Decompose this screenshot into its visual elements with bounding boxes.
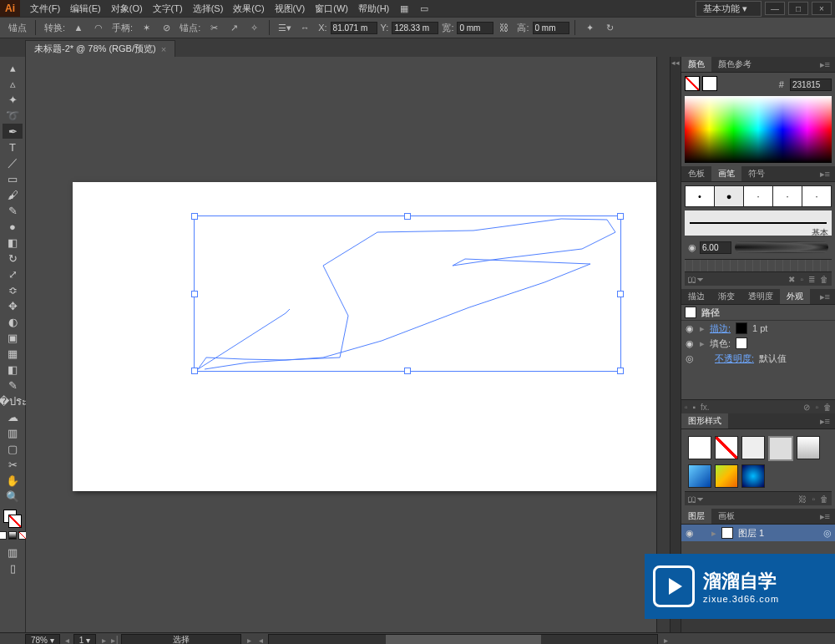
tab-stroke[interactable]: 描边 [681, 289, 711, 304]
brush-options-icon[interactable]: ◉ [688, 242, 696, 253]
rectangle-tool[interactable]: ▭ [3, 171, 23, 186]
tab-gradient[interactable]: 渐变 [711, 289, 741, 304]
document-tab-close[interactable]: × [161, 44, 166, 54]
appearance-row-opacity[interactable]: ◎ 不透明度: 默认值 [681, 351, 835, 366]
style-swatch[interactable] [688, 436, 711, 459]
doc-icon[interactable]: ▭ [417, 1, 432, 16]
brush-options-icon2[interactable]: ≣ [808, 275, 815, 284]
connect-anchor-icon[interactable]: ↗ [226, 20, 241, 35]
scroll-thumb[interactable] [386, 635, 541, 644]
stroke-color-swatch[interactable] [736, 322, 747, 334]
line-tool[interactable]: ／ [3, 155, 23, 170]
brush-delete-icon[interactable]: 🗑 [820, 275, 828, 284]
shape-builder-tool[interactable]: ◐ [3, 314, 23, 329]
type-tool[interactable]: T [3, 139, 23, 155]
visibility-icon[interactable]: ◎ [685, 353, 695, 364]
vertical-scrollbar[interactable] [656, 57, 670, 632]
trash-icon[interactable]: 🗑 [823, 403, 832, 412]
x-field[interactable] [331, 22, 377, 34]
menu-window[interactable]: 窗口(W) [310, 3, 353, 15]
fill-stroke-control[interactable] [3, 510, 22, 528]
brush-panel-menu[interactable]: ▸≡ [815, 169, 835, 180]
appearance-panel-menu[interactable]: ▸≡ [815, 292, 835, 302]
brush-dot-4[interactable]: · [802, 186, 831, 206]
tab-color-guide[interactable]: 颜色参考 [711, 57, 758, 72]
tab-brushes[interactable]: 画笔 [711, 166, 741, 181]
perspective-tool[interactable]: ▣ [3, 330, 23, 345]
cut-path-icon[interactable]: ✧ [246, 20, 261, 35]
brush-size-field[interactable] [700, 241, 731, 254]
rotate-tool[interactable]: ↻ [3, 251, 23, 266]
handle-show-icon[interactable]: ✶ [139, 20, 154, 35]
brush-new-icon[interactable]: ▫ [800, 275, 803, 284]
layer-expand-icon[interactable]: ▸ [711, 528, 716, 539]
graph-tool[interactable]: ▥ [3, 425, 23, 440]
style-swatch[interactable] [797, 436, 820, 459]
paintbrush-tool[interactable]: 🖌 [3, 187, 23, 202]
style-swatch[interactable] [768, 436, 793, 461]
screen-mode-tool[interactable]: ▥ [3, 545, 23, 560]
brush-dot-small[interactable]: • [686, 186, 715, 206]
menu-effect[interactable]: 效果(C) [228, 3, 269, 15]
tab-swatches[interactable]: 色板 [681, 166, 711, 181]
expand-icon[interactable]: ▸ [700, 323, 705, 334]
brush-library-icon[interactable]: 🕮⏷ [688, 275, 705, 284]
tab-layers[interactable]: 图层 [681, 509, 711, 524]
layer-name[interactable]: 图层 1 [738, 527, 764, 540]
canvas[interactable] [26, 57, 670, 632]
hex-field[interactable] [790, 79, 832, 91]
color-stroke-swatch[interactable] [702, 76, 717, 91]
pencil-tool[interactable]: ✎ [3, 203, 23, 218]
hand-tool[interactable]: ✋ [3, 473, 23, 488]
convert-smooth-icon[interactable]: ◠ [91, 20, 106, 35]
eyedropper-tool[interactable]: ✎ [3, 378, 23, 393]
menu-select[interactable]: 选择(S) [188, 3, 229, 15]
isolate-icon[interactable]: ✦ [583, 20, 598, 35]
artboard-prev[interactable]: ◂ [62, 636, 73, 645]
zoom-tool[interactable]: 🔍 [3, 489, 23, 504]
mesh-tool[interactable]: ▦ [3, 346, 23, 361]
lasso-tool[interactable]: ➰ [3, 108, 23, 123]
handle-hide-icon[interactable]: ⊘ [159, 20, 174, 35]
style-swatch[interactable] [741, 464, 765, 488]
zoom-display[interactable]: 78% ▾ [25, 634, 60, 645]
color-mode-solid[interactable] [0, 531, 7, 540]
convert-corner-icon[interactable]: ▲ [71, 20, 86, 35]
brush-list[interactable]: • ● · · · [685, 185, 832, 207]
styles-new-icon[interactable]: ▫ [812, 494, 815, 504]
layer-target-icon[interactable]: ◎ [823, 528, 832, 539]
style-swatch[interactable] [688, 464, 711, 488]
align-ref-icon[interactable]: ☰▾ [277, 20, 292, 35]
artboard-nav[interactable]: 1 ▾ [73, 634, 96, 645]
menu-view[interactable]: 视图(V) [270, 3, 311, 15]
artboard-next[interactable]: ▸ [98, 636, 109, 645]
width-tool[interactable]: ≎ [3, 282, 23, 297]
draw-mode-tool[interactable]: ▯ [3, 560, 23, 576]
direct-selection-tool[interactable]: ▵ [3, 76, 23, 91]
menu-object[interactable]: 对象(O) [106, 3, 148, 15]
gradient-tool[interactable]: ◧ [3, 362, 23, 377]
style-swatch[interactable] [715, 436, 738, 459]
appearance-row-fill[interactable]: ◉ ▸ 填色: [681, 336, 835, 351]
dup-icon[interactable]: ▫ [815, 403, 818, 412]
scroll-right[interactable]: ▸ [660, 636, 671, 645]
blend-tool[interactable]: �ประ [3, 393, 23, 408]
style-swatch[interactable] [741, 436, 765, 459]
menu-help[interactable]: 帮助(H) [353, 3, 394, 15]
scale-tool[interactable]: ⤢ [3, 266, 23, 281]
y-field[interactable] [392, 22, 438, 34]
align-horiz-icon[interactable]: ↔ [297, 20, 312, 35]
opacity-label[interactable]: 不透明度: [715, 352, 754, 365]
brush-size-ruler[interactable] [685, 259, 832, 271]
color-fill-swatch[interactable] [685, 76, 700, 91]
link-wh-icon[interactable]: ⛓ [496, 20, 511, 35]
clear-icon[interactable]: ⊘ [803, 403, 810, 412]
free-transform-tool[interactable]: ✥ [3, 298, 23, 313]
brush-dot-3[interactable]: · [773, 186, 802, 206]
styles-break-icon[interactable]: ⛓ [798, 494, 807, 504]
brush-dot-2[interactable]: · [744, 186, 773, 206]
tab-graphic-styles[interactable]: 图形样式 [681, 413, 728, 428]
menu-edit[interactable]: 编辑(E) [65, 3, 106, 15]
transform-icon[interactable]: ↻ [603, 20, 618, 35]
h-field[interactable] [533, 22, 569, 34]
